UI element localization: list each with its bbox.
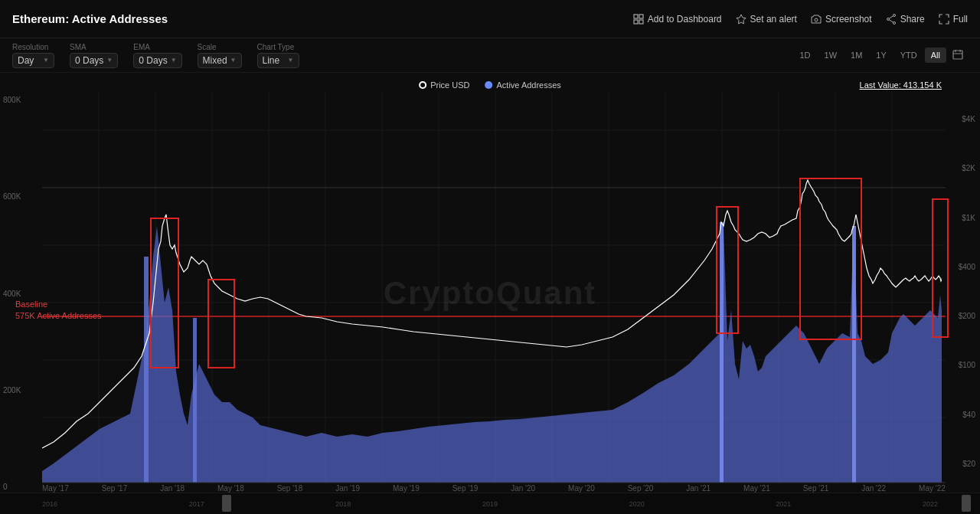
mini-handle-right[interactable] [962,495,971,512]
x-label-may17: May '17 [42,484,69,493]
svg-rect-1 [639,15,643,18]
y-axis-left: 800K 600K 400K 200K 0 [0,73,42,514]
svg-line-9 [889,19,893,21]
x-label-sep18: Sep '18 [277,484,303,493]
fullscreen-icon [939,14,949,25]
svg-line-8 [889,15,893,18]
alert-icon [736,14,746,25]
mini-label-2021: 2021 [776,500,791,508]
time-1w-button[interactable]: 1W [818,47,844,63]
add-to-dashboard-button[interactable]: Add to Dashboard [633,14,722,25]
chart-type-label: Chart Type [257,43,299,51]
x-label-jan19: Jan '19 [335,484,360,493]
y-label-200: $200 [950,312,975,320]
set-alert-button[interactable]: Set an alert [736,14,797,25]
y-label-800k: 800K [3,96,39,104]
x-axis: May '17 Sep '17 Jan '18 May '18 Sep '18 … [42,484,946,493]
time-1d-button[interactable]: 1D [793,47,816,63]
y-axis-right: $4K $2K $1K $400 $200 $100 $40 $20 [946,73,980,514]
ema-select[interactable]: 0 Days ▼ [133,53,181,68]
mini-label-2020: 2020 [629,500,645,508]
resolution-label: Resolution [12,43,54,51]
time-ytd-button[interactable]: YTD [894,47,923,63]
ema-label: EMA [133,43,181,51]
scale-group: Scale Mixed ▼ [198,43,242,68]
x-label-may20: May '20 [568,484,595,493]
full-button[interactable]: Full [939,14,968,25]
svg-rect-39 [193,318,197,483]
x-label-jan20: Jan '20 [511,484,535,493]
chart-type-group: Chart Type Line ▼ [257,43,299,68]
dashboard-icon [633,14,644,25]
y-label-1k: $1K [950,214,975,222]
svg-point-7 [887,18,889,20]
y-label-100: $100 [950,361,975,369]
mini-label-2022: 2022 [923,500,938,508]
x-label-may22: May '22 [919,484,946,493]
header: Ethereum: Active Addresses Add to Dashbo… [0,0,980,38]
legend-dot-price [419,81,426,89]
x-label-sep19: Sep '19 [452,484,479,493]
mini-label-2019: 2019 [482,500,498,508]
chevron-down-icon: ▼ [106,57,113,64]
ema-group: EMA 0 Days ▼ [133,43,181,68]
mini-label-2018: 2018 [335,500,351,508]
y-label-400k: 400K [3,290,39,298]
x-label-jan18: Jan '18 [160,484,185,493]
x-label-jan22: Jan '22 [861,484,886,493]
svg-rect-0 [634,15,638,18]
svg-rect-2 [634,20,638,24]
baseline-annotation: Baseline 575K Active Addresses [15,299,102,322]
share-button[interactable]: Share [886,14,925,25]
y-label-40: $40 [950,411,975,419]
y-label-4k: $4K [950,115,975,123]
chevron-down-icon: ▼ [230,57,237,64]
x-label-sep17: Sep '17 [102,484,128,493]
share-icon [886,14,897,25]
svg-point-5 [893,14,895,16]
x-label-may19: May '19 [393,484,420,493]
x-label-sep20: Sep '20 [628,484,654,493]
svg-point-6 [893,21,895,24]
screenshot-button[interactable]: Screenshot [811,14,872,25]
page-title: Ethereum: Active Addresses [12,12,168,25]
y-label-0: 0 [3,483,39,491]
svg-rect-38 [144,257,149,483]
scale-label: Scale [198,43,242,51]
chart-svg [0,73,980,514]
resolution-group: Resolution Day ▼ [12,43,54,68]
calendar-button[interactable] [948,46,968,65]
calendar-icon [952,49,963,60]
mini-handle-left[interactable] [222,495,231,512]
y-label-200k: 200K [3,386,39,395]
scale-select[interactable]: Mixed ▼ [198,53,242,68]
x-label-sep21: Sep '21 [803,484,829,493]
sma-group: SMA 0 Days ▼ [70,43,118,68]
header-actions: Add to Dashboard Set an alert Screenshot [633,14,968,25]
sma-label: SMA [70,43,118,51]
chart-type-select[interactable]: Line ▼ [257,53,299,68]
legend-price-usd: Price USD [419,80,469,90]
time-1y-button[interactable]: 1Y [870,47,892,63]
y-label-2k: $2K [950,164,975,172]
x-label-may18: May '18 [217,484,244,493]
toolbar: Resolution Day ▼ SMA 0 Days ▼ EMA 0 Days… [0,38,980,73]
time-range-selector: 1D 1W 1M 1Y YTD All [793,46,968,65]
last-value-label: Last Value: 413.154 K [860,80,942,90]
time-all-button[interactable]: All [925,47,946,63]
legend-dot-addresses [485,81,492,89]
sma-select[interactable]: 0 Days ▼ [70,53,118,68]
mini-timeline: 2016 2017 2018 2019 2020 2021 2022 [0,493,980,514]
y-label-20: $20 [950,460,975,468]
chevron-down-icon: ▼ [43,57,49,64]
svg-point-4 [815,18,818,21]
legend-active-addresses: Active Addresses [485,80,560,90]
mini-label-2016: 2016 [42,500,57,508]
svg-rect-3 [639,20,643,24]
mini-label-2017: 2017 [189,500,204,508]
y-label-400: $400 [950,263,975,271]
camera-icon [811,14,822,25]
chevron-down-icon: ▼ [171,57,177,64]
time-1m-button[interactable]: 1M [844,47,868,63]
resolution-select[interactable]: Day ▼ [12,53,54,68]
